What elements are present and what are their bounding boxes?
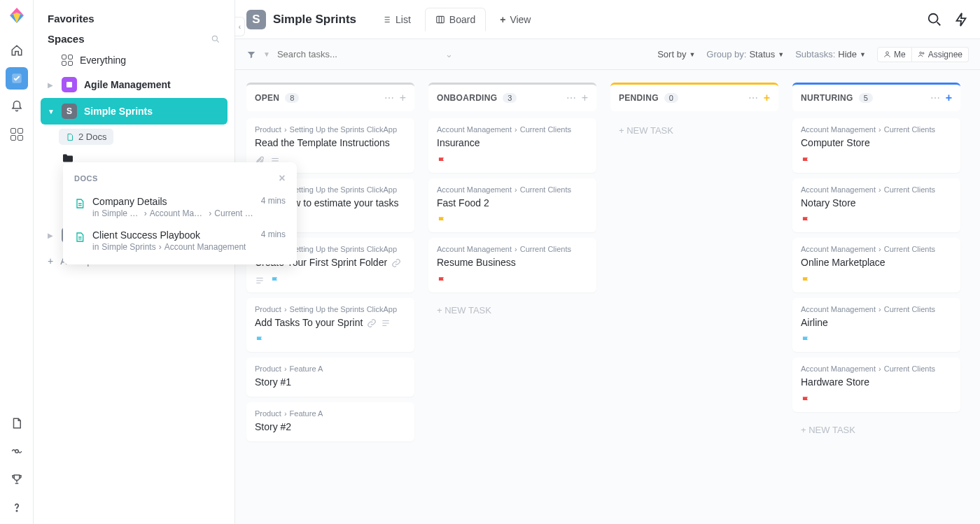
- pulse-icon[interactable]: [6, 440, 28, 462]
- tab-list[interactable]: List: [372, 8, 421, 31]
- docs-count: 2 Docs: [78, 132, 106, 142]
- card-meta: [255, 276, 406, 285]
- svg-point-9: [922, 52, 923, 54]
- card-meta: [437, 215, 588, 225]
- sidebar-item-simple-sprints[interactable]: ▼ S Simple Sprints: [41, 98, 227, 125]
- board-column: OPEN 8 ⋯ + Product›Setting Up the Sprint…: [246, 83, 414, 447]
- people-icon: [918, 50, 925, 58]
- task-card[interactable]: Account Management›Current Clients Onlin…: [792, 238, 960, 292]
- docs-popover-header: DOCS: [74, 174, 98, 183]
- task-card[interactable]: Account Management›Current Clients Hardw…: [792, 357, 960, 412]
- add-task-icon[interactable]: +: [582, 92, 588, 104]
- tasks-icon[interactable]: [6, 67, 28, 90]
- doc-time: 4 mins: [261, 196, 286, 206]
- task-card[interactable]: Account Management›Current Clients Insur…: [428, 118, 596, 173]
- board-column: ONBOARDING 3 ⋯ + Account Management›Curr…: [428, 83, 596, 323]
- task-card[interactable]: Account Management›Current Clients Airli…: [792, 298, 960, 353]
- subtasks-button[interactable]: Subtasks: Hide▼: [795, 49, 866, 59]
- svg-point-1: [15, 450, 18, 453]
- search-icon[interactable]: [211, 34, 220, 44]
- column-menu-icon[interactable]: ⋯: [384, 92, 394, 104]
- column-menu-icon[interactable]: ⋯: [566, 92, 576, 104]
- icon-rail: [0, 0, 34, 524]
- spaces-header[interactable]: Spaces: [34, 29, 234, 49]
- card-breadcrumb: Product›Feature A: [255, 364, 406, 373]
- flag-icon: [801, 395, 811, 405]
- search-input[interactable]: [277, 49, 382, 59]
- task-card[interactable]: Account Management›Current Clients Notar…: [792, 178, 960, 233]
- me-filter-button[interactable]: Me: [877, 47, 912, 62]
- flag-icon: [801, 156, 811, 166]
- board-icon: [435, 15, 445, 24]
- group-button[interactable]: Group by: Status▼: [706, 49, 784, 59]
- simple-sprints-label: Simple Sprints: [84, 106, 153, 117]
- tab-board[interactable]: Board: [425, 8, 486, 31]
- card-title: Add Tasks To your Sprint: [255, 316, 406, 330]
- add-task-icon[interactable]: +: [946, 92, 952, 104]
- add-view-button[interactable]: + View: [490, 8, 540, 31]
- add-task-icon[interactable]: +: [400, 92, 406, 104]
- sidebar-item-agile[interactable]: ▶ Agile Management: [34, 71, 234, 98]
- task-card[interactable]: Account Management›Current Clients Resum…: [428, 238, 596, 292]
- card-title: Resume Business: [437, 256, 588, 270]
- spaces-label: Spaces: [48, 33, 85, 45]
- docs-badge[interactable]: 2 Docs: [59, 129, 113, 145]
- sort-button[interactable]: Sort by▼: [657, 49, 695, 59]
- new-task-button[interactable]: + NEW TASK: [610, 118, 778, 143]
- help-icon[interactable]: [6, 496, 28, 518]
- card-title: Read the Template Instructions: [255, 136, 406, 150]
- doc-icon: [74, 197, 85, 210]
- task-card[interactable]: Product›Setting Up the Sprints ClickApp …: [246, 298, 414, 353]
- filter-area[interactable]: ▼ ⌄: [246, 49, 453, 59]
- card-meta: [437, 276, 588, 285]
- doc-icon: [66, 132, 74, 142]
- main-area: S Simple Sprints List Board + View ▼ ⌄ S…: [235, 0, 980, 524]
- card-breadcrumb: Account Management›Current Clients: [437, 245, 588, 253]
- automation-icon[interactable]: [953, 12, 969, 27]
- task-card[interactable]: Product›Feature A Story #2: [246, 402, 414, 441]
- doc-row[interactable]: Client Success Playbook in Simple Sprint…: [63, 224, 297, 257]
- doc-icon[interactable]: [6, 412, 28, 434]
- column-menu-icon[interactable]: ⋯: [748, 92, 758, 104]
- caret-icon[interactable]: ▶: [48, 232, 55, 239]
- bell-icon[interactable]: [6, 95, 28, 118]
- caret-icon[interactable]: ▼: [48, 108, 55, 115]
- trophy-icon[interactable]: [6, 468, 28, 490]
- app-logo-icon: [7, 6, 27, 25]
- assignee-filter-button[interactable]: Assignee: [912, 47, 969, 62]
- space-badge-icon: S: [62, 104, 77, 119]
- title-text: Simple Sprints: [273, 13, 356, 27]
- favorites-header[interactable]: Favorites: [34, 8, 234, 29]
- task-card[interactable]: Account Management›Current Clients Fast …: [428, 178, 596, 233]
- card-meta: [801, 335, 952, 345]
- home-icon[interactable]: [6, 39, 28, 62]
- docs-popover: DOCS × Company Details in Simple Sp…› Ac…: [63, 162, 297, 264]
- search-icon[interactable]: [927, 12, 942, 27]
- dashboard-icon[interactable]: [6, 123, 28, 146]
- task-card[interactable]: Account Management›Current Clients Compu…: [792, 118, 960, 173]
- svg-point-7: [886, 52, 889, 55]
- card-breadcrumb: Account Management›Current Clients: [801, 364, 952, 373]
- card-meta: [801, 395, 952, 405]
- doc-row[interactable]: Company Details in Simple Sp…› Account M…: [63, 190, 297, 224]
- caret-icon[interactable]: ▶: [48, 81, 55, 89]
- column-menu-icon[interactable]: ⋯: [930, 92, 940, 104]
- sidebar-item-everything[interactable]: Everything: [34, 49, 234, 71]
- card-breadcrumb: Account Management›Current Clients: [801, 305, 952, 313]
- new-task-button[interactable]: + NEW TASK: [792, 418, 960, 442]
- close-icon[interactable]: ×: [279, 172, 286, 185]
- new-task-button[interactable]: + NEW TASK: [428, 298, 596, 323]
- add-task-icon[interactable]: +: [764, 92, 770, 104]
- flag-icon: [801, 335, 811, 345]
- chevron-down-icon[interactable]: ⌄: [445, 49, 453, 59]
- card-title: Airline: [801, 316, 952, 330]
- task-card[interactable]: Product›Feature A Story #1: [246, 357, 414, 397]
- doc-title: Company Details: [92, 196, 254, 207]
- collapse-sidebar-button[interactable]: ‹: [235, 17, 245, 36]
- card-meta: [255, 335, 406, 345]
- card-breadcrumb: Product›Setting Up the Sprints ClickApp: [255, 305, 406, 313]
- everything-label: Everything: [80, 55, 126, 66]
- column-header: ONBOARDING 3 ⋯ +: [428, 83, 596, 111]
- doc-breadcrumb: in Simple Sp…› Account Manag…› Current C…: [92, 208, 254, 218]
- tab-list-label: List: [396, 14, 411, 25]
